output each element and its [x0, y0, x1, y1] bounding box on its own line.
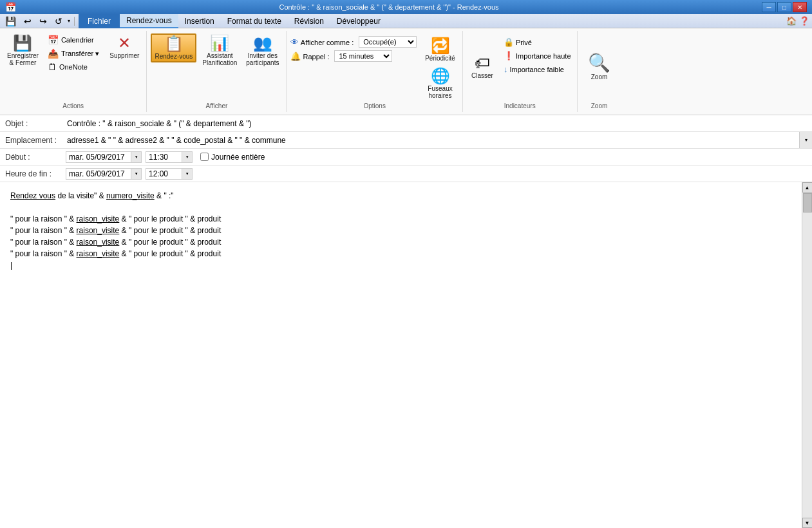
- transfer-icon: 📤: [48, 48, 59, 59]
- text-editor[interactable]: Rendez vous de la visite" & numero_visit…: [0, 182, 802, 528]
- classer-button[interactable]: 🏷 Classer: [467, 33, 498, 101]
- emplacement-dropdown-icon[interactable]: ▾: [799, 132, 812, 148]
- calendar-icon: 📅: [48, 35, 59, 45]
- periodicite-icon: 🔁: [431, 38, 450, 53]
- minimize-button[interactable]: ─: [762, 2, 776, 12]
- heure-fin-time-dropdown-icon[interactable]: ▾: [182, 169, 192, 179]
- afficher-comme-label: 👁 Afficher comme :: [290, 37, 354, 47]
- qa-save-icon[interactable]: 💾: [3, 15, 19, 28]
- actions-buttons: 💾 Enregistrer & Fermer 📅 Calendrier 📤 Tr…: [4, 33, 142, 101]
- qa-custom-icon[interactable]: ↺: [52, 15, 65, 28]
- debut-label: Début :: [0, 151, 64, 164]
- rendez-vous-icon: 📋: [164, 36, 184, 52]
- heure-fin-date-dropdown-icon[interactable]: ▾: [131, 169, 141, 179]
- menu-format[interactable]: Format du texte: [221, 14, 288, 28]
- view-icon: 👁: [290, 37, 299, 47]
- debut-time-input[interactable]: [146, 152, 182, 162]
- numero-visite-link: numero_visite: [106, 191, 155, 200]
- journee-entiere-text: Journée entière: [211, 153, 265, 162]
- rendez-vous-label: Rendez-vous: [155, 53, 193, 60]
- heure-fin-time-group: ▾: [146, 168, 193, 180]
- options-group-label: Options: [290, 102, 458, 109]
- zoom-label: Zoom: [591, 73, 608, 80]
- importance-faible-button[interactable]: ↓ Importance faible: [502, 63, 573, 75]
- qa-undo-icon[interactable]: ↩: [21, 15, 34, 28]
- planification-button[interactable]: 📊 Assistant Planification: [199, 33, 240, 68]
- onenote-button[interactable]: 🗒 OneNote: [44, 61, 102, 73]
- quick-access-toolbar: 💾 ↩ ↪ ↺ ▾ Fichier Rendez-vous Insertion …: [0, 14, 812, 28]
- title-bar-icon: 📅: [5, 2, 16, 12]
- rappel-select[interactable]: 15 minutes: [334, 50, 392, 62]
- rendez-vous-button[interactable]: 📋 Rendez-vous: [151, 33, 196, 62]
- fuseaux-button[interactable]: 🌐 Fuseaux horaires: [424, 66, 457, 101]
- calendar-button[interactable]: 📅 Calendrier: [44, 33, 102, 46]
- transfer-button[interactable]: 📤 Transférer ▾: [44, 47, 102, 60]
- options-buttons: 🔁 Périodicité 🌐 Fuseaux horaires: [422, 33, 458, 101]
- delete-label: Supprimer: [109, 52, 139, 59]
- debut-date-dropdown-icon[interactable]: ▾: [131, 152, 141, 162]
- menu-developpeur[interactable]: Développeur: [330, 14, 387, 28]
- rappel-row: 🔔 Rappel : 15 minutes: [290, 50, 417, 62]
- body-cursor: |: [10, 259, 791, 271]
- heure-fin-date-input[interactable]: [66, 169, 131, 179]
- body-line-1: Rendez vous de la visite" & numero_visit…: [10, 190, 791, 202]
- raison-visite-link-4: raison_visite: [77, 249, 120, 258]
- menu-revision[interactable]: Révision: [288, 14, 330, 28]
- ribbon-group-actions: 💾 Enregistrer & Fermer 📅 Calendrier 📤 Tr…: [0, 31, 147, 112]
- planification-icon: 📊: [210, 35, 229, 51]
- emplacement-input[interactable]: [64, 135, 799, 146]
- qa-redo-icon[interactable]: ↪: [37, 15, 50, 28]
- save-close-button[interactable]: 💾 Enregistrer & Fermer: [4, 33, 42, 101]
- inviter-button[interactable]: 👥 Inviter des participants: [243, 33, 282, 68]
- qa-dropdown-icon[interactable]: ▾: [68, 18, 70, 24]
- scroll-thumb[interactable]: [803, 193, 812, 212]
- raison-visite-link-1: raison_visite: [77, 214, 120, 223]
- zoom-group-label: Zoom: [584, 102, 615, 109]
- importance-faible-label: Importance faible: [509, 66, 563, 73]
- heure-fin-time-input[interactable]: [146, 169, 182, 179]
- periodicite-button[interactable]: 🔁 Périodicité: [422, 36, 458, 64]
- zoom-button[interactable]: 🔍 Zoom: [584, 52, 615, 82]
- indicateurs-group-label: Indicateurs: [467, 102, 573, 109]
- rappel-label: 🔔 Rappel :: [290, 52, 329, 61]
- maximize-button[interactable]: □: [777, 2, 791, 12]
- scroll-track[interactable]: [802, 193, 812, 518]
- prive-button[interactable]: 🔒 Privé: [502, 36, 573, 48]
- save-close-icon: 💾: [13, 35, 32, 51]
- form-section: Objet : Emplacement : ▾ Début : ▾ ▾ Jour…: [0, 115, 812, 182]
- debut-time-group: ▾: [146, 151, 193, 163]
- help-icon[interactable]: 🏠: [786, 16, 797, 26]
- debut-date-group: ▾: [66, 151, 142, 163]
- importance-haute-icon: ❗: [504, 51, 514, 61]
- title-bar-controls: ─ □ ✕: [762, 2, 807, 12]
- options-content: 👁 Afficher comme : Occupé(e) 🔔 Rappel :: [290, 33, 458, 101]
- debut-time-dropdown-icon[interactable]: ▾: [182, 152, 192, 162]
- ribbon-group-options: 👁 Afficher comme : Occupé(e) 🔔 Rappel :: [287, 31, 462, 112]
- close-button[interactable]: ✕: [793, 2, 807, 12]
- debut-date-input[interactable]: [66, 152, 131, 162]
- journee-entiere-checkbox[interactable]: [200, 153, 209, 161]
- scrollbar-right: ▲ ▼: [802, 182, 812, 528]
- menu-bar: Fichier Rendez-vous Insertion Format du …: [79, 14, 781, 28]
- scroll-down-button[interactable]: ▼: [802, 518, 813, 528]
- menu-rendez-vous[interactable]: Rendez-vous: [120, 14, 178, 28]
- menu-insertion[interactable]: Insertion: [178, 14, 221, 28]
- menu-fichier[interactable]: Fichier: [79, 14, 120, 28]
- classer-icon: 🏷: [475, 55, 490, 71]
- ribbon-group-afficher: 📋 Rendez-vous 📊 Assistant Planification …: [147, 31, 287, 112]
- delete-button[interactable]: ✕ Supprimer: [106, 33, 142, 101]
- rappel-icon: 🔔: [290, 52, 301, 61]
- title-bar: 📅 Contrôle : " & raison_sociale & " (" &…: [0, 0, 812, 14]
- actions-group-label: Actions: [4, 102, 142, 109]
- importance-faible-icon: ↓: [504, 64, 508, 74]
- afficher-comme-select[interactable]: Occupé(e): [359, 36, 417, 48]
- scroll-up-button[interactable]: ▲: [802, 182, 813, 193]
- info-icon[interactable]: ❓: [799, 16, 809, 26]
- objet-label: Objet :: [0, 117, 64, 130]
- transfer-label: Transférer ▾: [61, 50, 99, 58]
- content-area: Rendez vous de la visite" & numero_visit…: [0, 182, 812, 528]
- importance-haute-button[interactable]: ❗ Importance haute: [502, 50, 573, 62]
- objet-input[interactable]: [64, 118, 812, 129]
- afficher-comme-row: 👁 Afficher comme : Occupé(e): [290, 36, 417, 48]
- onenote-label: OneNote: [59, 63, 88, 71]
